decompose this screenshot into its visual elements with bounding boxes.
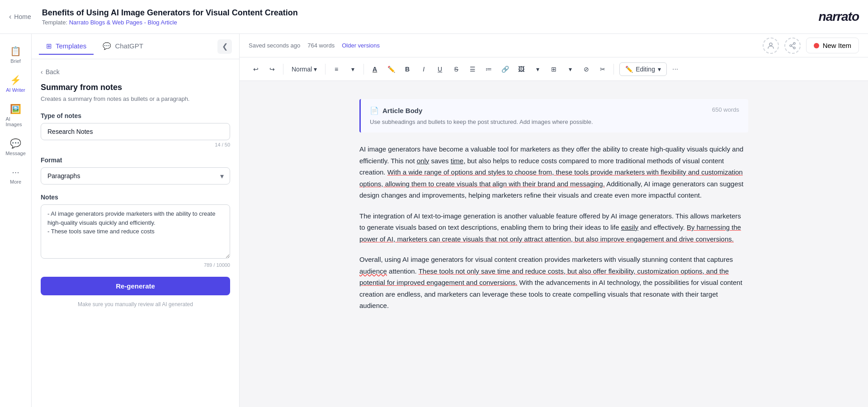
tab-chatgpt[interactable]: 💬 ChatGPT bbox=[95, 38, 151, 55]
notes-char-count: 789 / 10000 bbox=[41, 262, 230, 268]
panel-tabs: ⊞ Templates 💬 ChatGPT ❮ bbox=[32, 34, 239, 59]
pencil-icon: ✏️ bbox=[625, 66, 633, 73]
collapse-panel-button[interactable]: ❮ bbox=[217, 39, 232, 54]
share-button[interactable] bbox=[784, 38, 801, 54]
back-link[interactable]: ‹ Back bbox=[41, 68, 230, 76]
article-body-title: Article Body bbox=[382, 107, 422, 114]
ai-writer-icon: ⚡ bbox=[10, 75, 21, 85]
svg-point-3 bbox=[793, 47, 795, 49]
editing-label: Editing bbox=[636, 66, 655, 73]
doc-subtitle-link[interactable]: Narrato Blogs & Web Pages - Blog Article bbox=[69, 19, 177, 26]
image-button[interactable]: 🖼 bbox=[514, 62, 528, 76]
doc-title: Benefits of Using AI Image Generators fo… bbox=[42, 8, 819, 18]
home-link[interactable]: ‹ Home bbox=[9, 13, 31, 21]
type-of-notes-input[interactable] bbox=[41, 123, 230, 140]
clear-format-button[interactable]: ⊘ bbox=[579, 62, 594, 76]
more-icon: ··· bbox=[12, 167, 19, 177]
disclaimer-text: Make sure you manually review all AI gen… bbox=[41, 301, 230, 308]
ai-images-icon: 🖼️ bbox=[10, 104, 21, 114]
article-body-words: 650 words bbox=[712, 106, 739, 113]
main-layout: 📋 Brief ⚡ AI Writer 🖼️ AI Images 💬 Messa… bbox=[0, 34, 868, 407]
more-options-button[interactable]: ··· bbox=[669, 63, 682, 75]
table-button[interactable]: ⊞ bbox=[547, 62, 561, 76]
notes-label: Notes bbox=[41, 194, 230, 201]
article-body-block: 📄 Article Body 650 words Use subheadings… bbox=[359, 99, 748, 133]
svg-point-0 bbox=[769, 43, 772, 46]
formatting-toolbar: ↩ ↪ Normal ▾ ≡ ▾ A ✏️ B I U S ☰ ≔ 🔗 🖼 ▾ … bbox=[240, 57, 868, 81]
icon-sidebar: 📋 Brief ⚡ AI Writer 🖼️ AI Images 💬 Messa… bbox=[0, 34, 32, 407]
save-status: Saved seconds ago bbox=[249, 42, 300, 49]
italic-button[interactable]: I bbox=[416, 62, 431, 76]
sidebar-item-message[interactable]: 💬 Message bbox=[2, 133, 29, 161]
toolbar-divider-4 bbox=[613, 64, 614, 75]
align-button[interactable]: ≡ bbox=[329, 62, 344, 76]
home-label: Home bbox=[14, 13, 31, 20]
bullet-list-button[interactable]: ☰ bbox=[465, 62, 480, 76]
para2-start: The integration of AI text-to-image gene… bbox=[359, 212, 741, 232]
image-dropdown-button[interactable]: ▾ bbox=[530, 62, 545, 76]
underline-button[interactable]: U bbox=[433, 62, 447, 76]
doc-title-area: Benefits of Using AI Image Generators fo… bbox=[42, 8, 819, 26]
doc-subtitle-prefix: Template: bbox=[42, 19, 67, 26]
svg-line-5 bbox=[791, 46, 793, 47]
undo-button[interactable]: ↩ bbox=[249, 62, 263, 76]
article-body-header: 📄 Article Body bbox=[370, 106, 739, 115]
redo-button[interactable]: ↪ bbox=[265, 62, 279, 76]
special-button[interactable]: ✂ bbox=[595, 62, 610, 76]
message-icon: 💬 bbox=[10, 138, 21, 149]
paragraph-1[interactable]: AI image generators have become a valuab… bbox=[359, 143, 748, 201]
panel-section-desc: Creates a summary from notes as bullets … bbox=[41, 95, 230, 103]
strikethrough-button[interactable]: S bbox=[449, 62, 463, 76]
bold-button[interactable]: B bbox=[400, 62, 415, 76]
format-select[interactable]: Paragraphs Bullets bbox=[41, 167, 230, 185]
paragraph-2[interactable]: The integration of AI text-to-image gene… bbox=[359, 210, 748, 245]
link-button[interactable]: 🔗 bbox=[498, 62, 512, 76]
article-body-desc: Use subheadings and bullets to keep the … bbox=[370, 118, 739, 125]
toolbar-divider-1 bbox=[283, 64, 283, 75]
chatgpt-tab-icon: 💬 bbox=[103, 42, 111, 50]
avatar-button[interactable] bbox=[763, 38, 779, 54]
toolbar-divider-2 bbox=[325, 64, 326, 75]
brief-icon: 📋 bbox=[10, 46, 21, 57]
templates-tab-icon: ⊞ bbox=[46, 42, 52, 50]
regenerate-button[interactable]: Re-generate bbox=[41, 277, 230, 295]
editing-mode-button[interactable]: ✏️ Editing ▾ bbox=[619, 62, 667, 76]
sidebar-item-brief[interactable]: 📋 Brief bbox=[2, 41, 29, 68]
svg-point-1 bbox=[793, 43, 795, 44]
new-item-button[interactable]: New Item bbox=[806, 38, 859, 53]
format-select-wrapper: Paragraphs Bullets ▾ bbox=[41, 167, 230, 185]
toolbar-divider-3 bbox=[363, 64, 364, 75]
format-label: Format bbox=[41, 156, 230, 164]
sidebar-item-ai-images[interactable]: 🖼️ AI Images bbox=[2, 99, 29, 132]
highlight-button[interactable]: ✏️ bbox=[384, 62, 398, 76]
tab-templates[interactable]: ⊞ Templates bbox=[39, 38, 94, 55]
top-header: ‹ Home Benefits of Using AI Image Genera… bbox=[0, 0, 868, 34]
templates-tab-label: Templates bbox=[56, 42, 86, 50]
older-versions-link[interactable]: Older versions bbox=[342, 42, 380, 49]
notes-textarea[interactable]: - AI image generators provide marketers … bbox=[41, 204, 230, 259]
app-logo: narrato bbox=[819, 9, 859, 24]
back-label: Back bbox=[46, 68, 60, 76]
svg-line-4 bbox=[791, 44, 793, 45]
numbered-list-button[interactable]: ≔ bbox=[481, 62, 496, 76]
doc-subtitle: Template: Narrato Blogs & Web Pages - Bl… bbox=[42, 19, 819, 26]
sidebar-label-ai-images: AI Images bbox=[6, 116, 26, 127]
sidebar-label-brief: Brief bbox=[10, 58, 21, 64]
text-color-button[interactable]: A bbox=[368, 62, 382, 76]
format-field: Format Paragraphs Bullets ▾ bbox=[41, 156, 230, 185]
sidebar-item-more[interactable]: ··· More bbox=[2, 162, 29, 189]
paragraph-3[interactable]: Overall, using AI image generators for v… bbox=[359, 254, 748, 312]
align-dropdown-button[interactable]: ▾ bbox=[345, 62, 360, 76]
text-style-chevron-icon: ▾ bbox=[314, 66, 317, 73]
editor-content[interactable]: 📄 Article Body 650 words Use subheadings… bbox=[240, 81, 868, 407]
chevron-left-icon: ‹ bbox=[9, 13, 11, 21]
text-style-dropdown[interactable]: Normal ▾ bbox=[287, 64, 321, 75]
table-dropdown-button[interactable]: ▾ bbox=[563, 62, 577, 76]
new-item-dot bbox=[814, 43, 819, 48]
type-of-notes-label: Type of notes bbox=[41, 112, 230, 119]
new-item-label: New Item bbox=[823, 42, 851, 49]
sidebar-item-ai-writer[interactable]: ⚡ AI Writer bbox=[2, 70, 29, 97]
topbar-actions: New Item bbox=[763, 38, 859, 54]
word-count: 764 words bbox=[307, 42, 335, 49]
notes-field: Notes - AI image generators provide mark… bbox=[41, 194, 230, 268]
